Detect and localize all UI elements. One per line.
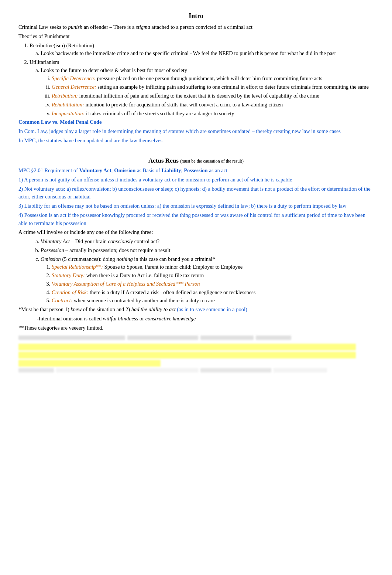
actus-p4: 4) Possession is an act if the possessor…: [18, 211, 374, 228]
voluntary-assumption: Voluntary Assumption of Care of a Helple…: [52, 280, 374, 288]
crime-intro: A crime will involve or include any one …: [18, 228, 374, 237]
list-item: Looks backwards to the immediate crime a…: [41, 50, 374, 58]
redacted-section: [18, 336, 374, 372]
special-relationship: Special Relationship**: Spouse to Spouse…: [52, 263, 374, 271]
list-item: Looks to the future to deter others & wh…: [41, 67, 374, 118]
list-item: Incapacitation: it takes criminals off o…: [52, 110, 374, 118]
actus-reus-title: Actus Reus (must be the causation of the…: [18, 156, 374, 166]
page-title: Intro: [18, 11, 374, 21]
voluntary-act-item: Voluntary Act – Did your brain conscious…: [41, 238, 374, 246]
creation-of-risk: Creation of Risk: there is a duty if Δ c…: [52, 289, 374, 297]
list-item: Utilitarianism Looks to the future to de…: [30, 58, 374, 118]
statutory-duty: Statutory Duty: when there is a Duty to …: [52, 272, 374, 280]
list-item: General Deterrence: setting an example b…: [52, 83, 374, 91]
actus-p3: 3) Liability for an offense may not be b…: [18, 202, 374, 210]
theories-list: Retributive(ism) (Retribution) Looks bac…: [30, 42, 374, 118]
list-item: Retributive(ism) (Retribution) Looks bac…: [30, 42, 374, 58]
footnote1-line2: -Intentional omission is called willful …: [37, 315, 374, 323]
omission-item: Omission (5 circumstances): doing nothin…: [41, 255, 374, 305]
util-sublist: Looks to the future to deter others & wh…: [41, 67, 374, 118]
deterrence-list: Specific Deterrence: pressure placed on …: [52, 75, 374, 118]
list-item: Rehabilitation: intention to provide for…: [52, 101, 374, 109]
common-law-line1: In Com. Law, judges play a larger role i…: [18, 127, 374, 136]
actus-p2: 2) Not voluntary acts: a) reflex/convuls…: [18, 185, 374, 201]
contract: Contract: when someone is contracted by …: [52, 297, 374, 305]
footnote2: **These categories are veeeery limited.: [18, 324, 374, 332]
list-item: Retribution: intentional infliction of p…: [52, 92, 374, 100]
retribution-sublist: Looks backwards to the immediate crime a…: [41, 50, 374, 58]
possession-item: Possession – actually in possession; doe…: [41, 246, 374, 255]
common-law-header: Common Law vs. Model Penal Code: [18, 118, 374, 126]
common-law-line2: In MPC, the statutes have been updated a…: [18, 137, 374, 145]
omission-sublist: Special Relationship**: Spouse to Spouse…: [52, 263, 374, 305]
intro-opening: Criminal Law seeks to punish an offender…: [18, 23, 374, 31]
footnote1: *Must be that person 1) knew of the situ…: [18, 306, 374, 314]
crime-list: Voluntary Act – Did your brain conscious…: [41, 238, 374, 305]
list-item: Specific Deterrence: pressure placed on …: [52, 75, 374, 83]
theories-label: Theories of Punishment: [18, 33, 374, 41]
actus-p1: 1) A person is not guilty of an offense …: [18, 176, 374, 184]
mpc-header-line: MPC §2.01 Requirement of Voluntary Act; …: [18, 167, 374, 175]
